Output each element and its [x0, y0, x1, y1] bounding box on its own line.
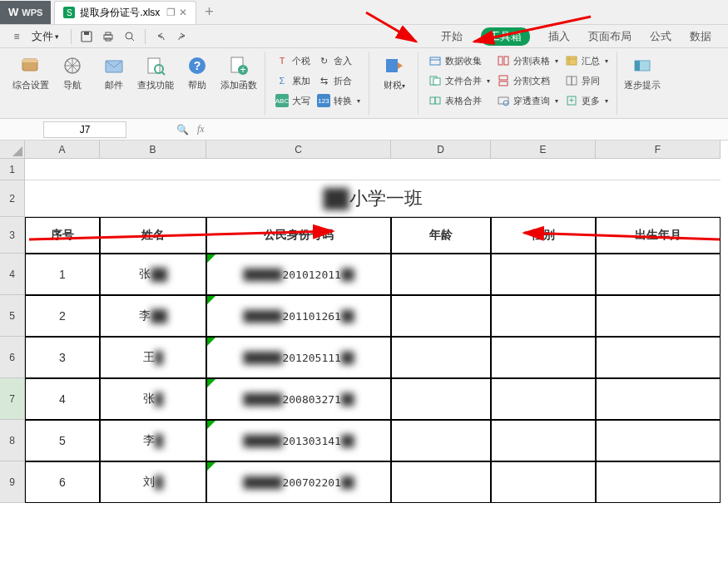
capital-button[interactable]: ABC大写 — [272, 91, 314, 110]
print-preview-icon[interactable] — [120, 27, 140, 46]
header-name[interactable]: 姓名 — [100, 217, 206, 254]
collapse-button[interactable]: ⇆折合 — [314, 71, 364, 90]
cell-no[interactable]: 5 — [25, 420, 100, 461]
cell-gender[interactable] — [491, 254, 596, 295]
title-cell[interactable]: ██小学一班 — [25, 180, 721, 217]
navigation-button[interactable]: 导航 — [52, 52, 93, 91]
help-button[interactable]: ? 帮助 — [176, 52, 218, 91]
header-gender[interactable]: 性别 — [491, 217, 596, 254]
spreadsheet-grid[interactable]: A B C D E F 1 2 ██小学一班 3 序号 姓名 公民身份号码 年龄… — [0, 141, 728, 503]
cell-id[interactable]: ██████201205111██ — [206, 337, 391, 378]
cell-id[interactable]: ██████201303141██ — [206, 420, 391, 461]
diff-button[interactable]: 异同 — [562, 71, 612, 90]
cell-gender[interactable] — [491, 461, 596, 503]
finance-tax-button[interactable]: 财税▾ — [376, 52, 413, 91]
search-icon[interactable]: 🔍 — [176, 124, 189, 136]
name-box[interactable]: J7 — [43, 121, 126, 138]
row-header-2[interactable]: 2 — [0, 180, 25, 217]
file-merge-button[interactable]: 文件合并▾ — [425, 71, 493, 90]
round-button[interactable]: ↻舍入 — [314, 52, 364, 70]
row-header-7[interactable]: 7 — [0, 378, 25, 420]
more-button[interactable]: +更多▾ — [562, 91, 612, 110]
header-birth[interactable]: 出生年月 — [596, 217, 721, 254]
cell-gender[interactable] — [491, 420, 596, 461]
tab-page-layout[interactable]: 页面布局 — [588, 29, 631, 44]
cell-gender[interactable] — [491, 295, 596, 337]
split-doc-button[interactable]: 分割文档 — [493, 71, 562, 90]
col-header-a[interactable]: A — [25, 141, 100, 159]
convert-button[interactable]: 123转换▾ — [314, 91, 364, 110]
cell-birth[interactable] — [596, 420, 721, 461]
tax-button[interactable]: T个税 — [272, 52, 314, 70]
redo-icon[interactable] — [172, 27, 192, 46]
tab-insert[interactable]: 插入 — [548, 29, 570, 44]
summary-button[interactable]: 汇总▾ — [562, 52, 612, 70]
fx-icon[interactable]: fx — [197, 123, 205, 136]
file-menu[interactable]: 文件 ▾ — [32, 29, 59, 44]
drill-query-button[interactable]: 穿透查询▾ — [493, 91, 562, 110]
header-no[interactable]: 序号 — [25, 217, 100, 254]
select-all-corner[interactable] — [0, 141, 25, 159]
cell-age[interactable] — [391, 420, 491, 461]
header-id[interactable]: 公民身份号码 — [206, 217, 391, 254]
cell-age[interactable] — [391, 254, 491, 295]
cell-name[interactable]: 刘█ — [100, 461, 206, 503]
col-header-e[interactable]: E — [491, 141, 596, 159]
row-header-9[interactable]: 9 — [0, 461, 25, 503]
row-header-3[interactable]: 3 — [0, 217, 25, 254]
undo-icon[interactable] — [151, 27, 171, 46]
cell-name[interactable]: 王█ — [100, 337, 206, 378]
print-icon[interactable] — [98, 27, 118, 46]
cell-no[interactable]: 1 — [25, 254, 100, 295]
cell-id[interactable]: ██████201101261██ — [206, 295, 391, 337]
cell-name[interactable]: 李██ — [100, 295, 206, 337]
cell[interactable] — [25, 159, 721, 180]
row-header-6[interactable]: 6 — [0, 337, 25, 378]
row-header-4[interactable]: 4 — [0, 254, 25, 295]
cell-age[interactable] — [391, 295, 491, 337]
row-header-8[interactable]: 8 — [0, 420, 25, 461]
cell-birth[interactable] — [596, 461, 721, 503]
document-tab[interactable]: S 提取身份证号.xlsx ❐ ✕ — [54, 1, 196, 24]
add-function-button[interactable]: + 添加函数 — [218, 52, 260, 91]
cell-age[interactable] — [391, 378, 491, 420]
cell-age[interactable] — [391, 337, 491, 378]
cell-no[interactable]: 6 — [25, 461, 100, 503]
find-function-button[interactable]: 查找功能 — [135, 52, 176, 91]
cell-birth[interactable] — [596, 254, 721, 295]
tab-close-icon[interactable]: ✕ — [179, 7, 187, 18]
step-hint-button[interactable]: 逐步提示 — [624, 52, 661, 91]
new-tab-button[interactable]: + — [205, 3, 214, 21]
cell-no[interactable]: 4 — [25, 378, 100, 420]
cell-birth[interactable] — [596, 378, 721, 420]
cell-id[interactable]: ██████201012011██ — [206, 254, 391, 295]
col-header-d[interactable]: D — [391, 141, 491, 159]
cell-no[interactable]: 2 — [25, 295, 100, 337]
data-collect-button[interactable]: 数据收集 — [425, 52, 493, 70]
cell-name[interactable]: 张█ — [100, 378, 206, 420]
tab-data[interactable]: 数据 — [690, 29, 711, 44]
mail-button[interactable]: 邮件 — [93, 52, 135, 91]
tab-toolbox[interactable]: 工具箱 — [481, 27, 530, 46]
cell-birth[interactable] — [596, 337, 721, 378]
cell-birth[interactable] — [596, 295, 721, 337]
tab-formula[interactable]: 公式 — [650, 29, 671, 44]
cell-id[interactable]: ██████200803271██ — [206, 378, 391, 420]
integrated-settings-button[interactable]: 综合设置 — [10, 52, 52, 91]
col-header-b[interactable]: B — [100, 141, 206, 159]
col-header-f[interactable]: F — [596, 141, 721, 159]
cell-age[interactable] — [391, 461, 491, 503]
table-merge-button[interactable]: 表格合并 — [425, 91, 493, 110]
save-icon[interactable] — [77, 27, 97, 46]
tab-start[interactable]: 开始 — [441, 29, 463, 44]
menu-icon[interactable]: ≡ — [7, 27, 27, 46]
cell-name[interactable]: 李█ — [100, 420, 206, 461]
row-header-5[interactable]: 5 — [0, 295, 25, 337]
cell-gender[interactable] — [491, 337, 596, 378]
tab-restore-icon[interactable]: ❐ — [166, 7, 176, 18]
sum-button[interactable]: Σ累加 — [272, 71, 314, 90]
col-header-c[interactable]: C — [206, 141, 391, 159]
split-table-button[interactable]: 分割表格▾ — [493, 52, 562, 70]
cell-name[interactable]: 张██ — [100, 254, 206, 295]
row-header-1[interactable]: 1 — [0, 159, 25, 180]
